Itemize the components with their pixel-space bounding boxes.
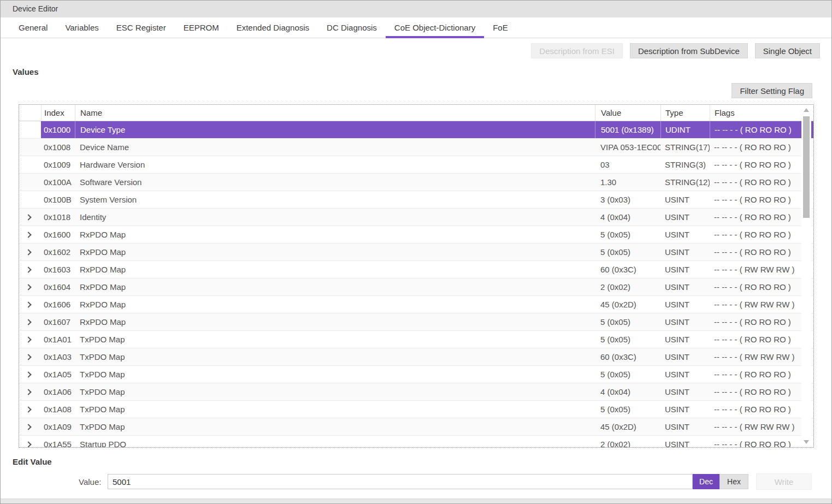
table-row[interactable]: 0x1602RxPDO Map5 (0x05)USINT-- -- - - ( … [19, 244, 813, 261]
table-row[interactable]: 0x1008Device NameVIPA 053-1EC00STRING(17… [19, 139, 813, 156]
row-expander[interactable] [19, 366, 41, 383]
table-row[interactable]: 0x100ASoftware Version1.30STRING(12)-- -… [19, 174, 813, 191]
chevron-right-icon[interactable] [25, 214, 31, 220]
chevron-right-icon[interactable] [25, 232, 31, 238]
table-row[interactable]: 0x1009Hardware Version03STRING(3)-- -- -… [19, 156, 813, 174]
chevron-right-icon[interactable] [25, 371, 31, 377]
chevron-right-icon[interactable] [25, 266, 31, 272]
row-expander[interactable] [19, 261, 41, 278]
row-expander[interactable] [19, 401, 41, 418]
table-row[interactable]: 0x1606RxPDO Map45 (0x2D)USINT-- -- - - (… [19, 296, 813, 313]
window-title: Device Editor [13, 1, 58, 17]
cell-flags: -- -- - - ( RO RO RO ) [710, 278, 813, 295]
cell-flags: -- -- - - ( RO RO RO ) [710, 191, 813, 208]
tab-eeprom[interactable]: EEPROM [175, 17, 228, 38]
scroll-down-icon[interactable] [804, 440, 809, 444]
tab-variables[interactable]: Variables [56, 17, 107, 38]
tab-general[interactable]: General [10, 17, 56, 38]
table-row[interactable]: 0x1A06TxPDO Map4 (0x04)USINT-- -- - - ( … [19, 383, 813, 401]
column-header-flags[interactable]: Flags [710, 105, 813, 121]
table-row[interactable]: 0x1A08TxPDO Map5 (0x05)USINT-- -- - - ( … [19, 401, 813, 418]
title-bar: Device Editor [1, 1, 831, 17]
write-button[interactable]: Write [756, 473, 812, 490]
table-row[interactable]: 0x1607RxPDO Map5 (0x05)USINT-- -- - - ( … [19, 313, 813, 331]
column-header-index[interactable]: Index [41, 105, 75, 121]
cell-name: RxPDO Map [75, 313, 595, 330]
row-expander[interactable] [19, 278, 41, 295]
row-expander[interactable] [19, 209, 41, 226]
row-expander[interactable] [19, 244, 41, 260]
table-row[interactable]: 0x1A01TxPDO Map5 (0x05)USINT-- -- - - ( … [19, 331, 813, 348]
table-row[interactable]: 0x1018Identity4 (0x04)USINT-- -- - - ( R… [19, 209, 813, 226]
row-expander[interactable] [19, 296, 41, 313]
row-expander[interactable] [19, 383, 41, 400]
cell-index: 0x1A55 [41, 436, 75, 448]
table-row[interactable]: 0x1A03TxPDO Map60 (0x3C)USINT-- -- - - (… [19, 348, 813, 366]
row-expander[interactable] [19, 226, 41, 243]
row-expander[interactable] [19, 418, 41, 435]
row-expander[interactable] [19, 331, 41, 348]
chevron-right-icon[interactable] [25, 354, 31, 360]
table-row[interactable]: 0x1000Device Type5001 (0x1389)UDINT-- --… [19, 121, 813, 139]
chevron-right-icon[interactable] [25, 389, 31, 395]
tab-extended-diagnosis[interactable]: Extended Diagnosis [228, 17, 318, 38]
table-body: 0x1000Device Type5001 (0x1389)UDINT-- --… [19, 121, 813, 448]
cell-index: 0x1606 [41, 296, 75, 313]
row-expander-empty [19, 156, 41, 173]
chevron-right-icon[interactable] [25, 441, 31, 447]
cell-value: 60 (0x3C) [595, 261, 660, 278]
cell-value: VIPA 053-1EC00 [595, 139, 660, 156]
cell-value: 03 [595, 156, 660, 173]
description-from-esi-button[interactable]: Description from ESI [531, 43, 623, 58]
cell-name: Hardware Version [75, 156, 595, 173]
cell-index: 0x100B [41, 191, 75, 208]
cell-type: USINT [660, 366, 710, 383]
cell-index: 0x1018 [41, 209, 75, 226]
table-row[interactable]: 0x1A05TxPDO Map5 (0x05)USINT-- -- - - ( … [19, 366, 813, 383]
table-row[interactable]: 0x100BSystem Version3 (0x03)USINT-- -- -… [19, 191, 813, 209]
filter-setting-flag-button[interactable]: Filter Setting Flag [731, 83, 812, 98]
cell-name: TxPDO Map [75, 401, 595, 418]
tab-dc-diagnosis[interactable]: DC Diagnosis [318, 17, 386, 38]
cell-value: 2 (0x02) [595, 436, 660, 448]
row-expander[interactable] [19, 348, 41, 365]
table-row[interactable]: 0x1A09TxPDO Map45 (0x2D)USINT-- -- - - (… [19, 418, 813, 436]
row-expander[interactable] [19, 313, 41, 330]
table-row[interactable]: 0x1600RxPDO Map5 (0x05)USINT-- -- - - ( … [19, 226, 813, 244]
dec-toggle-button[interactable]: Dec [693, 474, 719, 489]
scrollbar-thumb[interactable] [803, 116, 810, 218]
row-expander[interactable] [19, 436, 41, 448]
tab-foe[interactable]: FoE [484, 17, 517, 38]
row-expander-empty [19, 139, 41, 156]
single-object-button[interactable]: Single Object [755, 43, 820, 58]
cell-name: TxPDO Map [75, 331, 595, 348]
value-input[interactable] [108, 474, 693, 489]
vertical-scrollbar[interactable] [801, 106, 811, 446]
cell-type: USINT [660, 383, 710, 400]
column-header-name[interactable]: Name [75, 105, 595, 121]
values-section-heading: Values [13, 67, 39, 76]
chevron-right-icon[interactable] [25, 406, 31, 412]
chevron-right-icon[interactable] [25, 319, 31, 325]
table-row[interactable]: 0x1604RxPDO Map2 (0x02)USINT-- -- - - ( … [19, 278, 813, 296]
cell-index: 0x1604 [41, 278, 75, 295]
table-row[interactable]: 0x1603RxPDO Map60 (0x3C)USINT-- -- - - (… [19, 261, 813, 278]
chevron-right-icon[interactable] [25, 284, 31, 290]
column-header-type[interactable]: Type [660, 105, 710, 121]
description-from-subdevice-button[interactable]: Description from SubDevice [630, 43, 748, 58]
scroll-up-icon[interactable] [804, 108, 809, 112]
chevron-right-icon[interactable] [25, 249, 31, 255]
tab-coe-object-dictionary[interactable]: CoE Object-Dictionary [386, 17, 484, 38]
tab-esc-register[interactable]: ESC Register [108, 17, 175, 38]
table-row[interactable]: 0x1A55Startup PDO2 (0x02)USINT-- -- - - … [19, 436, 813, 448]
cell-index: 0x1009 [41, 156, 75, 173]
chevron-right-icon[interactable] [25, 336, 31, 342]
hex-toggle-button[interactable]: Hex [719, 474, 748, 489]
cell-name: RxPDO Map [75, 278, 595, 295]
cell-value: 2 (0x02) [595, 278, 660, 295]
cell-value: 45 (0x2D) [595, 296, 660, 313]
column-header-value[interactable]: Value [595, 105, 660, 121]
chevron-right-icon[interactable] [25, 301, 31, 307]
cell-type: USINT [660, 401, 710, 418]
chevron-right-icon[interactable] [25, 424, 31, 430]
